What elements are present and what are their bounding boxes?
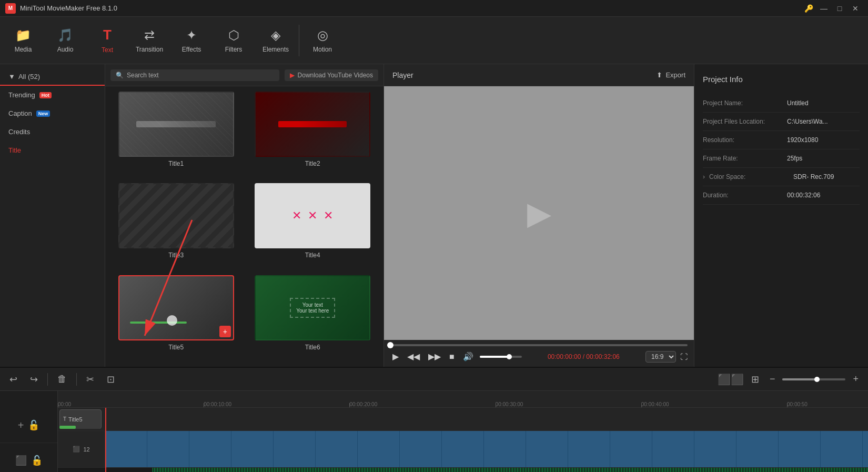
ruler-line-0 <box>58 403 58 407</box>
aspect-ratio-select[interactable]: 16:9 4:3 1:1 9:16 <box>645 351 676 363</box>
duration-row: Duration: 00:00:32:06 <box>703 186 860 205</box>
project-info-panel: Project Info Project Name: Untitled Proj… <box>694 64 868 367</box>
content-panel: 🔍 Search text ▶ Download YouTube Videos … <box>105 64 384 367</box>
audio-waveform <box>153 468 868 472</box>
close-button[interactable]: ✕ <box>848 1 863 16</box>
transition-icon: ⇄ <box>144 28 155 43</box>
next-frame-button[interactable]: ▶▶ <box>426 350 443 363</box>
sidebar-trending-label: Trending <box>8 91 35 99</box>
sidebar-item-credits[interactable]: Credits <box>0 123 105 141</box>
add-icon: + <box>18 419 24 431</box>
media-label: Media <box>15 46 32 53</box>
play-button[interactable]: ▶ <box>390 350 401 363</box>
toolbar-transition[interactable]: ⇄ Transition <box>128 19 170 62</box>
sidebar: ▼ All (52) Trending Hot Caption New Cred… <box>0 64 105 367</box>
project-info-title: Project Info <box>703 75 860 84</box>
ruler-mark-4: 00:00:40:00 <box>641 401 669 407</box>
text-track: T Title5 <box>58 408 868 431</box>
prev-frame-button[interactable]: ◀◀ <box>405 350 422 363</box>
framerate-label: Frame Rate: <box>703 155 787 162</box>
zoom-out-button[interactable]: − <box>766 373 779 386</box>
stop-button[interactable]: ■ <box>447 351 457 363</box>
toolbar-divider <box>299 25 299 56</box>
ruler-line-5 <box>787 403 788 407</box>
zoom-in-button[interactable]: + <box>850 373 862 386</box>
toolbar-divider-1 <box>47 373 48 386</box>
main-area: ▼ All (52) Trending Hot Caption New Cred… <box>0 64 868 367</box>
progress-knob[interactable] <box>387 342 393 348</box>
toolbar-motion[interactable]: ◎ Motion <box>301 19 344 62</box>
split-button[interactable]: ⊞ <box>748 371 762 387</box>
video-clip[interactable] <box>105 431 868 467</box>
title-card-4[interactable]: ✕ ✕ ✕ Title4 <box>247 183 379 269</box>
duration-value: 00:00:32:06 <box>787 192 860 199</box>
delete-button[interactable]: 🗑 <box>54 371 70 387</box>
toolbar-divider-2 <box>76 373 77 386</box>
toolbar-elements[interactable]: ◈ Elements <box>255 19 297 62</box>
app-title: MiniTool MovieMaker Free 8.1.0 <box>20 4 804 12</box>
fullscreen-button[interactable]: ⛶ <box>680 353 688 361</box>
sidebar-item-caption[interactable]: Caption New <box>0 104 105 123</box>
progress-bar[interactable] <box>390 344 688 346</box>
title6-label: Title6 <box>305 344 320 351</box>
timeline-section: ↩ ↪ 🗑 ✂ ⊡ ⬛⬛ ⊞ − + + 🔓 ⬛ 🔓 <box>0 367 868 472</box>
resolution-row: Resolution: 1920x1080 <box>703 131 860 149</box>
content-top-bar: 🔍 Search text ▶ Download YouTube Videos <box>105 64 383 86</box>
timeline-tracks: T Title5 ⬛ 12 <box>58 408 868 472</box>
video-track-icons: ⬛ 🔓 <box>0 443 57 472</box>
cut-button[interactable]: ✂ <box>83 371 97 387</box>
undo-button[interactable]: ↩ <box>6 371 21 387</box>
playhead[interactable] <box>105 408 106 472</box>
zoom-slider[interactable] <box>782 378 845 380</box>
sidebar-item-trending[interactable]: Trending Hot <box>0 86 105 104</box>
sidebar-all-label: All (52) <box>18 73 40 81</box>
player-label: Player <box>392 71 651 79</box>
title-card-3[interactable]: Title3 <box>110 183 242 269</box>
title5-thumbnail: + <box>118 275 234 340</box>
title-card-2[interactable]: Title2 <box>247 92 379 178</box>
project-name-label: Project Name: <box>703 99 787 107</box>
title1-label: Title1 <box>168 160 184 167</box>
media-icon: 📁 <box>15 28 31 43</box>
export-button[interactable]: ⬆ Export <box>657 71 685 79</box>
sidebar-all[interactable]: ▼ All (52) <box>0 68 105 86</box>
youtube-icon: ▶ <box>290 72 295 79</box>
title-card-1[interactable]: Title1 <box>110 92 242 178</box>
project-files-label: Project Files Location: <box>703 118 787 125</box>
toolbar-audio[interactable]: 🎵 Audio <box>44 19 86 62</box>
sidebar-title-label: Title <box>8 146 21 154</box>
crop-button[interactable]: ⊡ <box>104 371 118 387</box>
maximize-button[interactable]: □ <box>832 1 847 16</box>
duration-label: Duration: <box>703 192 787 199</box>
zoom-fill <box>782 378 817 380</box>
title-card-5[interactable]: + Title5 <box>110 275 242 361</box>
add-track-button[interactable]: + 🔓 <box>0 408 57 443</box>
zoom-knob[interactable] <box>814 377 820 382</box>
minimize-button[interactable]: — <box>816 1 831 16</box>
trending-hot-badge: Hot <box>39 92 52 98</box>
key-icon: 🔑 <box>804 4 813 13</box>
title-card-6[interactable]: Your text Your text here Title6 <box>247 275 379 361</box>
toolbar-effects[interactable]: ✦ Effects <box>170 19 213 62</box>
timeline-toolbar: ↩ ↪ 🗑 ✂ ⊡ ⬛⬛ ⊞ − + <box>0 368 868 391</box>
youtube-download-button[interactable]: ▶ Download YouTube Videos <box>285 69 378 81</box>
framerate-row: Frame Rate: 25fps <box>703 149 860 168</box>
motion-label: Motion <box>313 46 332 53</box>
record-button[interactable]: ⬛⬛ <box>718 373 744 386</box>
search-box[interactable]: 🔍 Search text <box>110 69 279 81</box>
filters-icon: ⬡ <box>228 28 239 43</box>
volume-knob[interactable] <box>507 354 512 359</box>
export-icon: ⬆ <box>657 71 662 79</box>
audio-clip[interactable] <box>105 468 868 472</box>
toolbar-filters[interactable]: ⬡ Filters <box>213 19 255 62</box>
volume-slider[interactable] <box>480 356 522 358</box>
colorspace-row: › Color Space: SDR- Rec.709 <box>703 168 860 186</box>
sidebar-item-title[interactable]: Title <box>0 141 105 159</box>
volume-button[interactable]: 🔊 <box>461 350 476 363</box>
player-video: ▶ <box>384 86 694 340</box>
toolbar: 📁 Media 🎵 Audio T Text ⇄ Transition ✦ Ef… <box>0 17 868 64</box>
toolbar-text[interactable]: T Text <box>86 19 128 62</box>
toolbar-media[interactable]: 📁 Media <box>2 19 44 62</box>
redo-button[interactable]: ↪ <box>27 371 41 387</box>
title5-add-button[interactable]: + <box>219 326 231 337</box>
